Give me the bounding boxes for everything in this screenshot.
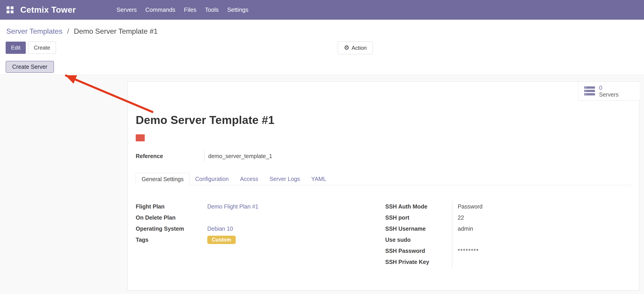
field-group-right: SSH Auth Mode SSH port SSH Username Use … <box>385 201 631 267</box>
field-value-ssh-username: admin <box>458 223 631 234</box>
reference-row: Reference demo_server_template_1 <box>136 151 272 162</box>
record-title: Demo Server Template #1 <box>136 113 274 127</box>
main-menu: Servers Commands Files Tools Settings <box>112 0 253 20</box>
nav-item-servers[interactable]: Servers <box>112 0 141 20</box>
reference-label: Reference <box>136 151 204 162</box>
field-label-ssh-private-key: SSH Private Key <box>385 256 452 267</box>
stat-count: 0 <box>599 84 618 91</box>
nav-item-files[interactable]: Files <box>180 0 201 20</box>
field-label-on-delete-plan: On Delete Plan <box>136 212 207 223</box>
field-label-ssh-auth-mode: SSH Auth Mode <box>385 201 452 212</box>
nav-item-commands[interactable]: Commands <box>141 0 180 20</box>
stat-label: Servers <box>599 91 618 98</box>
tab-general-settings[interactable]: General Settings <box>136 173 190 185</box>
tab-configuration[interactable]: Configuration <box>190 173 234 185</box>
create-button[interactable]: Create <box>28 42 56 54</box>
form-sheet: 0 Servers Demo Server Template #1 Refere… <box>127 81 640 290</box>
tab-access[interactable]: Access <box>234 173 264 185</box>
field-group-left: Flight Plan On Delete Plan Operating Sys… <box>136 201 385 267</box>
field-value-operating-system[interactable]: Debian 10 <box>207 225 233 232</box>
field-label-operating-system: Operating System <box>136 223 207 234</box>
servers-stat-button[interactable]: 0 Servers <box>578 82 640 101</box>
field-label-tags: Tags <box>136 234 207 245</box>
content-area: 0 Servers Demo Server Template #1 Refere… <box>0 75 644 294</box>
field-value-ssh-port: 22 <box>458 212 631 223</box>
field-label-ssh-port: SSH port <box>385 212 452 223</box>
tab-yaml[interactable]: YAML <box>306 173 332 185</box>
gear-icon: ⚙ <box>344 45 349 51</box>
field-label-flight-plan: Flight Plan <box>136 201 207 212</box>
field-value-flight-plan[interactable]: Demo Flight Plan #1 <box>207 203 258 210</box>
server-stack-icon <box>584 86 595 96</box>
field-value-on-delete-plan <box>207 212 385 223</box>
create-server-button[interactable]: Create Server <box>6 61 54 73</box>
field-groups: Flight Plan On Delete Plan Operating Sys… <box>136 201 631 267</box>
app-brand[interactable]: Cetmix Tower <box>20 5 76 15</box>
breadcrumb-current: Demo Server Template #1 <box>74 27 158 35</box>
edit-button[interactable]: Edit <box>6 42 26 54</box>
control-panel: Server Templates / Demo Server Template … <box>0 20 644 75</box>
field-value-ssh-password: ******** <box>458 245 631 256</box>
reference-value: demo_server_template_1 <box>204 151 272 162</box>
tag-badge: Custom <box>207 236 236 244</box>
field-label-use-sudo: Use sudo <box>385 234 452 245</box>
action-button-label: Action <box>352 45 367 51</box>
color-swatch <box>136 134 145 141</box>
breadcrumb: Server Templates / Demo Server Template … <box>6 26 158 36</box>
action-button[interactable]: ⚙ Action <box>338 41 373 54</box>
apps-grid-icon[interactable] <box>6 6 14 13</box>
field-label-ssh-password: SSH Password <box>385 245 452 256</box>
field-value-use-sudo <box>458 234 631 245</box>
top-navbar: Cetmix Tower Servers Commands Files Tool… <box>0 0 644 20</box>
nav-item-tools[interactable]: Tools <box>200 0 223 20</box>
notebook-tabs: General Settings Configuration Access Se… <box>136 173 631 185</box>
field-value-ssh-auth-mode: Password <box>458 201 631 212</box>
tab-server-logs[interactable]: Server Logs <box>264 173 306 185</box>
field-value-ssh-private-key <box>458 256 631 267</box>
field-label-ssh-username: SSH Username <box>385 223 452 234</box>
breadcrumb-parent-link[interactable]: Server Templates <box>6 27 62 35</box>
breadcrumb-separator: / <box>67 27 69 35</box>
nav-item-settings[interactable]: Settings <box>223 0 253 20</box>
